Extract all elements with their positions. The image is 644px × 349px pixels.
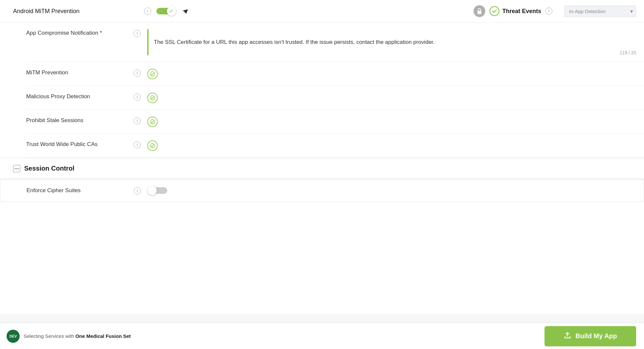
- app-compromise-text: The SSL Certificate for a URL this app a…: [154, 38, 435, 46]
- trust-world-wide-info-icon[interactable]: i: [134, 140, 141, 148]
- trust-world-wide-row: Trust World Wide Public CAs i: [26, 134, 644, 158]
- app-compromise-info-icon[interactable]: i: [134, 29, 141, 37]
- bottom-bar-text: Selecting Services with One Medical Fusi…: [24, 333, 131, 339]
- enforce-cipher-suites-section: Enforce Cipher Suites i: [0, 179, 644, 202]
- enforce-cipher-suites-label: Enforce Cipher Suites: [27, 187, 131, 194]
- mitm-prevention-value: [147, 69, 636, 79]
- app-compromise-text-area[interactable]: The SSL Certificate for a URL this app a…: [147, 29, 636, 55]
- mitm-prevention-info-icon[interactable]: i: [134, 69, 141, 77]
- settings-section: App Compromise Notification * i The SSL …: [0, 23, 644, 158]
- android-mitm-row: Android MiTM Prevention i ✓ Threat Event…: [0, 0, 644, 23]
- threat-events-icon: [489, 6, 500, 16]
- collapse-minus-icon: —: [14, 166, 19, 171]
- prohibit-stale-sessions-label: Prohibit Stale Sessions: [26, 117, 131, 124]
- build-my-app-button[interactable]: Build My App: [545, 326, 636, 346]
- mitm-prevention-label: MiTM Prevention: [26, 69, 131, 76]
- threat-events-section: Threat Events: [489, 6, 541, 16]
- enforce-cipher-suites-info-icon[interactable]: i: [134, 187, 141, 194]
- svg-rect-0: [477, 11, 481, 14]
- in-app-detection-dropdown[interactable]: In-App Detection Notify Block: [564, 6, 636, 17]
- prohibit-stale-sessions-info-icon[interactable]: i: [134, 117, 141, 124]
- char-count: 119 / 25: [619, 50, 636, 55]
- app-compromise-value-area: The SSL Certificate for a URL this app a…: [147, 29, 636, 55]
- android-mitm-label: Android MiTM Prevention: [13, 8, 144, 15]
- malicious-proxy-check[interactable]: [147, 93, 158, 103]
- lock-icon: [474, 5, 485, 17]
- bottom-bar: DEV Selecting Services with One Medical …: [0, 323, 644, 349]
- build-my-app-label: Build My App: [575, 332, 617, 340]
- malicious-proxy-row: Malicious Proxy Detection i: [26, 86, 644, 110]
- malicious-proxy-info-icon[interactable]: i: [134, 93, 141, 101]
- app-compromise-row: App Compromise Notification * i The SSL …: [26, 23, 644, 62]
- trust-world-wide-check[interactable]: [147, 140, 158, 151]
- prohibit-stale-sessions-value: [147, 117, 636, 127]
- required-asterisk: *: [100, 30, 102, 36]
- prohibit-stale-sessions-check[interactable]: [147, 117, 158, 127]
- app-compromise-label: App Compromise Notification *: [26, 29, 131, 36]
- android-mitm-info-icon[interactable]: i: [144, 8, 151, 15]
- trust-world-wide-value: [147, 140, 636, 151]
- trust-world-wide-label: Trust World Wide Public CAs: [26, 140, 131, 148]
- android-mitm-toggle[interactable]: ✓: [156, 7, 176, 16]
- threat-events-info-icon[interactable]: i: [545, 8, 552, 15]
- toggle-check-icon: ✓: [170, 9, 173, 14]
- enforce-cipher-suites-row: Enforce Cipher Suites i: [27, 186, 636, 195]
- build-icon: [564, 331, 571, 341]
- mitm-prevention-row: MiTM Prevention i: [26, 62, 644, 86]
- threat-events-area: Threat Events i In-App Detection Notify …: [474, 5, 636, 17]
- session-control-title: Session Control: [24, 165, 74, 172]
- malicious-proxy-value: [147, 93, 636, 103]
- threat-events-label: Threat Events: [502, 8, 541, 15]
- session-control-header: — Session Control: [0, 158, 644, 179]
- dev-badge: DEV: [7, 330, 20, 343]
- prohibit-stale-sessions-row: Prohibit Stale Sessions i: [26, 110, 644, 134]
- malicious-proxy-label: Malicious Proxy Detection: [26, 93, 131, 100]
- in-app-detection-dropdown-container: In-App Detection Notify Block ▾: [564, 6, 636, 17]
- enforce-cipher-suites-toggle[interactable]: [148, 186, 167, 195]
- svg-point-1: [490, 7, 499, 16]
- session-control-collapse-icon[interactable]: —: [13, 165, 20, 172]
- mitm-prevention-check[interactable]: [147, 69, 158, 79]
